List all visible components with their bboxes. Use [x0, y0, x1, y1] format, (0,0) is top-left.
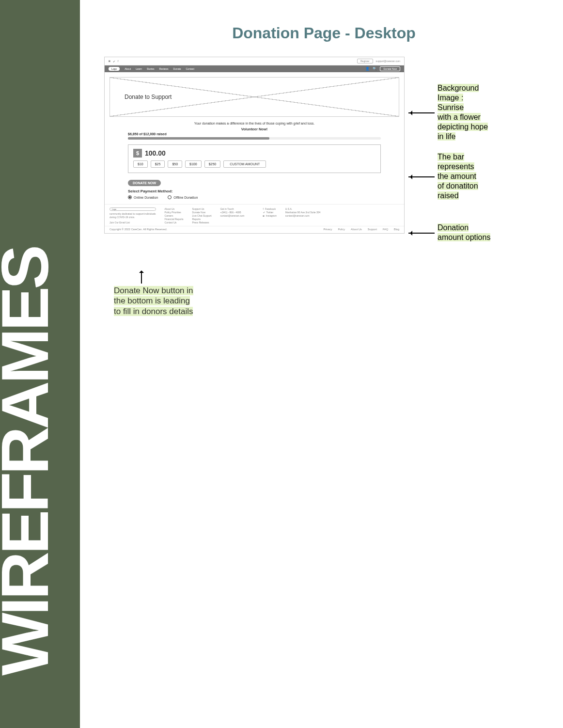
donation-subtext: Your donation makes a difference in the …: [105, 122, 404, 125]
footer-link[interactable]: Live Chat Support: [192, 214, 212, 217]
nav-item[interactable]: Reviews: [159, 67, 169, 70]
wireframe-frame: ◙ ✔ f Register support@carecan.com Logo …: [104, 57, 405, 234]
logo[interactable]: Logo: [109, 67, 120, 71]
footer-bottom-link[interactable]: About Us: [351, 228, 362, 231]
footer-logo[interactable]: Logo: [109, 207, 156, 211]
footer-social[interactable]: ✔ Twitter: [263, 211, 277, 214]
footer-phone: +(941) - 866 - 4695: [220, 211, 254, 214]
annotations: Background Image : Sunrise with a flower…: [408, 57, 496, 250]
radio-label: Online Donation: [134, 196, 158, 199]
camera-icon[interactable]: ◙: [109, 60, 110, 63]
footer-columns: Logo community dedicated to support indi…: [105, 204, 404, 226]
footer-email-list[interactable]: Join Our Email List: [109, 221, 156, 224]
footer-link[interactable]: Policy Priorities: [165, 211, 184, 214]
amount-box: $ 100.00 $10 $25 $50 $100 $250 CUSTOM AM…: [128, 144, 381, 173]
footer-bottom-link[interactable]: Support: [368, 228, 377, 231]
footer-link[interactable]: Donate Now: [192, 211, 212, 214]
hero-title: Donate to Support: [125, 94, 172, 100]
nav-item[interactable]: Contact: [186, 67, 194, 70]
footer-contact-title: Get in Touch: [220, 207, 254, 210]
page: Donation Page - Desktop ◙ ✔ f Register s…: [80, 0, 563, 336]
volunteer-link[interactable]: Volunteer Now!: [105, 127, 404, 131]
annotation-bar: The bar represents the amount of donatit…: [438, 153, 478, 201]
footer-link[interactable]: About Us: [165, 207, 184, 210]
register-button[interactable]: Register: [357, 59, 373, 63]
preset-button[interactable]: $50: [168, 160, 182, 168]
radio-label: Offline Donation: [173, 196, 198, 199]
offline-donation-radio[interactable]: Offline Donation: [168, 195, 198, 199]
footer-bottom: Copyright © 2022 CareCan. All Rights Res…: [105, 226, 404, 233]
footer-addr: Manhattan 90 Ave 2nd Suite 304: [285, 211, 320, 214]
arrow-left-icon: [408, 230, 438, 237]
donate-now-button[interactable]: DONATE NOW: [128, 180, 161, 186]
online-donation-radio[interactable]: Online Donation: [128, 195, 158, 199]
footer-bottom-link[interactable]: Policy: [338, 228, 345, 231]
nav-item[interactable]: Learn: [136, 67, 142, 70]
radio-selected-icon: [128, 195, 132, 199]
footer-bottom-link[interactable]: Privacy: [323, 228, 332, 231]
hero-image-placeholder: Donate to Support: [109, 77, 399, 117]
radio-unselected-icon: [168, 195, 172, 199]
annotation-donation: Donation amount options: [438, 223, 490, 243]
sidebar: WIREFRAMES: [0, 0, 80, 336]
annotation-bottom: Donate Now button in the bottom is leadi…: [114, 269, 259, 317]
footer-tagline: community dedicated to support individua…: [109, 212, 156, 215]
search-icon[interactable]: 🔍: [373, 67, 377, 71]
nav-links: About Learn Stories Reviews Donate Conta…: [125, 67, 194, 70]
twitter-icon[interactable]: ✔: [113, 60, 115, 63]
copyright: Copyright © 2022 CareCan. All Rights Res…: [109, 228, 167, 231]
footer-link[interactable]: Financial Reports: [165, 218, 184, 221]
footer-bottom-link[interactable]: Blog: [394, 228, 399, 231]
utility-bar: ◙ ✔ f Register support@carecan.com: [105, 57, 404, 65]
preset-button[interactable]: $250: [204, 160, 221, 168]
nav-bar: Logo About Learn Stories Reviews Donate …: [105, 65, 404, 72]
footer-social[interactable]: f Facebook: [263, 207, 277, 210]
annotation-bg: Background Image : Sunrise with a flower…: [438, 84, 488, 142]
payment-method-group: Online Donation Offline Donation: [128, 195, 381, 199]
nav-item[interactable]: Donate: [173, 67, 181, 70]
amount-input[interactable]: 100.00: [145, 149, 166, 157]
progress-bar: [128, 137, 381, 140]
sidebar-label: WIREFRAMES: [0, 248, 63, 336]
footer-link[interactable]: Support Us: [192, 207, 212, 210]
footer-social[interactable]: ◙ Instagram: [263, 214, 277, 217]
preset-button[interactable]: $25: [151, 160, 165, 168]
footer-link[interactable]: Careers: [165, 214, 184, 217]
progress-fill: [128, 137, 269, 140]
footer-link[interactable]: Press Releases: [192, 221, 212, 224]
payment-method-label: Select Payment Method:: [128, 189, 381, 193]
footer-tagline: during COVID-19 crisis.: [109, 216, 156, 219]
arrow-up-icon: [138, 269, 145, 284]
footer-addr: contact@carecan.com: [285, 214, 320, 217]
arrow-left-icon: [408, 174, 438, 180]
preset-button[interactable]: $100: [185, 160, 202, 168]
footer-link[interactable]: Contact Us: [165, 221, 184, 224]
preset-row: $10 $25 $50 $100 $250 CUSTOM AMOUNT: [133, 160, 375, 168]
arrow-left-icon: [408, 110, 438, 116]
custom-amount-button[interactable]: CUSTOM AMOUNT: [223, 160, 266, 168]
footer-addr: U.S.A.: [285, 207, 320, 210]
footer-link[interactable]: Reports: [192, 218, 212, 221]
nav-item[interactable]: Stories: [147, 67, 155, 70]
user-icon[interactable]: 👤: [365, 67, 370, 71]
support-email: support@carecan.com: [376, 60, 400, 63]
nav-donate-button[interactable]: Donate Now: [380, 66, 400, 71]
dollar-icon: $: [133, 149, 142, 158]
facebook-icon[interactable]: f: [118, 60, 119, 63]
footer-email: contact@carecan.com: [220, 214, 254, 217]
footer-bottom-link[interactable]: FAQ: [383, 228, 388, 231]
nav-item[interactable]: About: [125, 67, 131, 70]
raised-label: $6,850 of $12,000 raised: [105, 132, 404, 136]
page-title: Donation Page - Desktop: [104, 24, 544, 42]
preset-button[interactable]: $10: [133, 160, 148, 168]
